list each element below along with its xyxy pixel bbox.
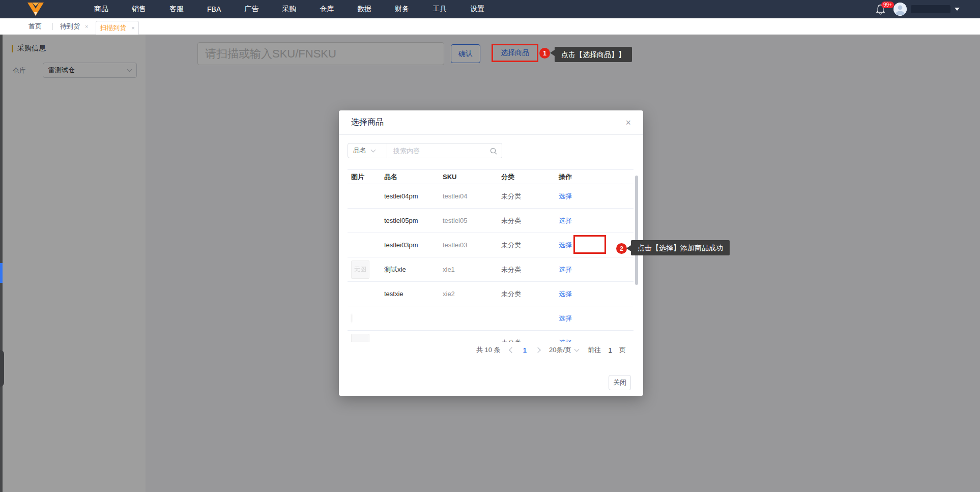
table-row: 无图 测试xie xie1 未分类 选择 [348, 257, 633, 282]
page-number-current[interactable]: 1 [523, 346, 527, 354]
col-header-image: 图片 [348, 172, 384, 182]
tab-home[interactable]: 首页 [28, 18, 42, 35]
table-scrollbar [635, 176, 638, 342]
tab-close-icon[interactable]: × [85, 23, 88, 30]
table-row-redacted: 选择 [348, 306, 633, 331]
rail-scrollbar-thumb[interactable] [0, 263, 3, 283]
goto-page-input[interactable]: 1 [605, 346, 615, 354]
page-content: 采购信息 仓库 雷测试仓 确认 选择商品 选择商品 × 品名 [0, 35, 980, 492]
nav-item-products[interactable]: 商品 [94, 5, 108, 14]
close-modal-button[interactable]: 关闭 [609, 375, 631, 390]
table-row: testxie xie2 未分类 选择 [348, 282, 633, 306]
nav-item-purchase[interactable]: 采购 [282, 5, 296, 14]
nav-item-service[interactable]: 客服 [169, 5, 184, 14]
select-row-link[interactable]: 选择 [559, 217, 572, 224]
step1-highlight-box [492, 44, 538, 62]
pagination: 共 10 条 1 20条/页 前往 1 页 [339, 345, 643, 355]
goto-label: 前往 [588, 345, 601, 355]
step2-highlight-box [573, 235, 606, 254]
col-header-name: 品名 [384, 172, 443, 182]
nav-item-ads[interactable]: 广告 [244, 5, 258, 14]
close-icon[interactable]: × [625, 118, 631, 127]
fox-logo-icon [24, 2, 47, 17]
top-nav: 商品 销售 客服 FBA 广告 采购 仓库 数据 财务 工具 设置 99+ [0, 0, 980, 18]
left-rail [0, 35, 3, 492]
pagination-total: 共 10 条 [476, 345, 501, 355]
rail-collapse-handle[interactable] [0, 350, 4, 387]
select-row-link[interactable]: 选择 [559, 290, 572, 298]
nav-item-data[interactable]: 数据 [357, 5, 371, 14]
nav-item-tools[interactable]: 工具 [433, 5, 447, 14]
page-size-select[interactable]: 20条/页 [549, 345, 579, 355]
product-thumbnail [351, 314, 352, 323]
page-tab-bar: 首页 待到货× 扫描到货× [0, 18, 980, 35]
modal-title: 选择商品 [351, 117, 384, 128]
select-row-link[interactable]: 选择 [559, 241, 572, 249]
select-row-link[interactable]: 选择 [559, 266, 572, 273]
tab-divider [52, 23, 53, 30]
user-menu-caret-icon [955, 8, 960, 11]
notification-count-badge: 99+ [881, 2, 894, 8]
table-row-clipped: 未分类 选择 [348, 331, 633, 342]
table-row: testlei04pm testlei04 未分类 选择 [348, 184, 633, 209]
next-page-icon[interactable] [535, 347, 540, 353]
step1-tooltip-arrow-icon [550, 50, 555, 56]
nav-item-settings[interactable]: 设置 [470, 5, 484, 14]
step1-marker: 1 [539, 48, 550, 59]
nav-item-warehouse[interactable]: 仓库 [320, 5, 334, 14]
modal-footer: 关闭 [609, 375, 631, 390]
nav-menu: 商品 销售 客服 FBA 广告 采购 仓库 数据 财务 工具 设置 [94, 0, 484, 18]
chevron-down-icon [574, 347, 580, 352]
username-redacted[interactable] [911, 5, 950, 13]
no-image-thumbnail: 无图 [351, 261, 369, 279]
nav-item-fba[interactable]: FBA [207, 5, 221, 13]
chevron-down-icon [371, 148, 376, 153]
user-avatar[interactable] [893, 3, 907, 16]
nav-item-finance[interactable]: 财务 [395, 5, 409, 14]
step2-marker: 2 [616, 243, 627, 254]
table-row: testlei05pm testlei05 未分类 选择 [348, 209, 633, 233]
tab-scan-arrival-active[interactable]: 扫描到货× [96, 21, 139, 35]
product-thumbnail [351, 334, 369, 342]
select-row-link[interactable]: 选择 [559, 339, 572, 342]
step2-tooltip: 点击【选择】添加商品成功 [631, 240, 730, 255]
modal-header: 选择商品 × [339, 110, 643, 135]
search-input[interactable] [387, 143, 502, 158]
search-icon[interactable] [489, 147, 498, 157]
tab-close-icon[interactable]: × [131, 25, 134, 31]
tab-pending-arrival[interactable]: 待到货× [60, 18, 88, 35]
goto-unit: 页 [619, 345, 626, 355]
select-row-link[interactable]: 选择 [559, 192, 572, 200]
col-header-sku: SKU [443, 173, 501, 181]
nav-item-sales[interactable]: 销售 [132, 5, 146, 14]
product-search-group: 品名 [348, 143, 502, 158]
step2-tooltip-arrow-icon [626, 245, 631, 251]
table-scrollbar-thumb[interactable] [635, 176, 638, 285]
product-table: 图片 品名 SKU 分类 操作 testlei04pm testlei04 未分… [348, 169, 638, 342]
prev-page-icon[interactable] [509, 347, 514, 353]
table-header-row: 图片 品名 SKU 分类 操作 [348, 169, 633, 184]
select-row-link[interactable]: 选择 [559, 314, 572, 322]
search-field-select[interactable]: 品名 [348, 143, 387, 158]
page-jumper: 前往 1 页 [588, 345, 626, 355]
step1-tooltip: 点击【选择商品】】 [555, 47, 632, 62]
col-header-action: 操作 [559, 172, 633, 182]
col-header-category: 分类 [501, 172, 559, 182]
